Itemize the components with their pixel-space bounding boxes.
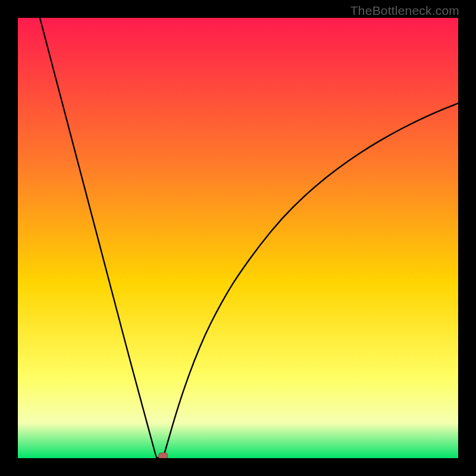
gradient-bg bbox=[18, 18, 458, 458]
watermark-label: TheBottleneck.com bbox=[350, 4, 459, 18]
optimum-marker bbox=[159, 453, 168, 458]
plot-area bbox=[18, 18, 458, 458]
chart-frame: TheBottleneck.com bbox=[0, 0, 476, 476]
chart-svg bbox=[18, 18, 458, 458]
